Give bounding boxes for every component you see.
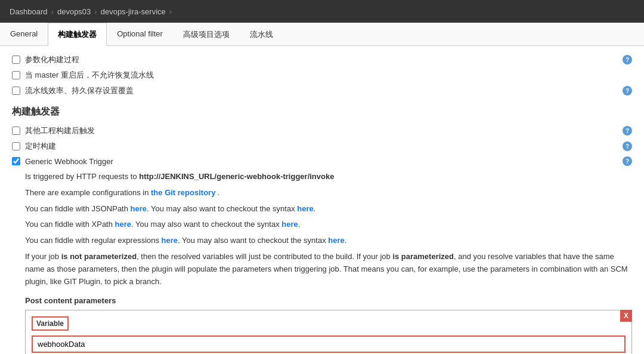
remove-param-button[interactable]: X: [620, 310, 632, 322]
git-repo-link[interactable]: the Git repository: [151, 188, 215, 197]
post-content-params-label: Post content parameters: [25, 296, 632, 305]
tab-advanced-options[interactable]: 高级项目选项: [173, 23, 240, 46]
main-container: General 构建触发器 Optional filter 高级项目选项 流水线…: [0, 23, 644, 354]
top-nav: Dashboard › devops03 › devops-jira-servi…: [0, 0, 644, 23]
checkbox-webhook-trigger[interactable]: [12, 157, 20, 165]
help-icon-3[interactable]: ?: [623, 86, 632, 96]
checkbox-cron-label: 定时构建: [25, 141, 56, 152]
webhook-info-block: Is triggered by HTTP requests to http://…: [25, 171, 632, 288]
variable-label: Variable: [32, 316, 69, 331]
webhook-info-line1: Is triggered by HTTP requests to http://…: [25, 171, 632, 183]
help-icon-1[interactable]: ?: [623, 55, 632, 64]
trigger-row-3: Generic Webhook Trigger ?: [12, 156, 632, 166]
content-area: 参数化构建过程 ? 当 master 重启后，不允许恢复流水线 流水线效率、持久…: [0, 46, 644, 354]
help-icon-trig2[interactable]: ?: [623, 141, 632, 151]
nav-service[interactable]: devops-jira-service: [101, 7, 166, 16]
tab-bar: General 构建触发器 Optional filter 高级项目选项 流水线: [0, 23, 644, 46]
nav-sep-1: ›: [51, 7, 54, 16]
regex-syntax-link[interactable]: here: [328, 236, 344, 245]
checkbox-parameterize[interactable]: [12, 56, 20, 64]
checkbox-webhook-label: Generic Webhook Trigger: [25, 157, 113, 166]
webhook-info-line6: If your job is not parameterized, then t…: [25, 251, 632, 288]
checkbox-row-3: 流水线效率、持久保存设置覆盖 ?: [12, 85, 632, 96]
jsonpath-link[interactable]: here: [131, 204, 147, 213]
nav-dashboard[interactable]: Dashboard: [10, 7, 48, 16]
variable-input[interactable]: [32, 335, 626, 353]
webhook-info-line4: You can fiddle with XPath here. You may …: [25, 218, 632, 231]
checkbox-other-project-label: 其他工程构建后触发: [25, 125, 95, 136]
nav-devops03[interactable]: devops03: [57, 7, 91, 16]
checkbox-other-project-trigger[interactable]: [12, 127, 20, 135]
checkbox-pipeline-durability[interactable]: [12, 87, 20, 95]
checkbox-master-restart[interactable]: [12, 71, 20, 79]
tab-optional-filter[interactable]: Optional filter: [107, 23, 173, 46]
help-icon-trig1[interactable]: ?: [623, 126, 632, 136]
checkbox-pipeline-durability-label: 流水线效率、持久保存设置覆盖: [25, 85, 134, 96]
checkbox-row-2: 当 master 重启后，不允许恢复流水线: [12, 70, 632, 81]
nav-sep-3: ›: [169, 7, 172, 16]
checkbox-parameterize-label: 参数化构建过程: [25, 54, 79, 65]
checkbox-master-restart-label: 当 master 重启后，不允许恢复流水线: [25, 70, 154, 81]
variable-field-group: Variable Name of variable: [32, 316, 626, 354]
param-block: X Variable Name of variable Expression: [25, 310, 632, 354]
trigger-row-1: 其他工程构建后触发 ?: [12, 125, 632, 136]
checkbox-cron-trigger[interactable]: [12, 142, 20, 150]
trigger-row-2: 定时构建 ?: [12, 141, 632, 152]
regex-link[interactable]: here: [162, 236, 178, 245]
jsonpath-syntax-link[interactable]: here: [297, 204, 313, 213]
section-heading-build-trigger: 构建触发器: [12, 106, 632, 118]
nav-sep-2: ›: [94, 7, 97, 16]
webhook-info-line3: You can fiddle with JSONPath here. You m…: [25, 203, 632, 216]
webhook-url: http://JENKINS_URL/generic-webhook-trigg…: [139, 172, 334, 181]
tab-pipeline[interactable]: 流水线: [240, 23, 283, 46]
tab-general[interactable]: General: [0, 23, 48, 46]
webhook-info-line5: You can fiddle with regular expressions …: [25, 235, 632, 247]
xpath-syntax-link[interactable]: here: [281, 220, 298, 229]
tab-build-trigger[interactable]: 构建触发器: [48, 23, 107, 46]
checkbox-row-1: 参数化构建过程 ?: [12, 54, 632, 65]
webhook-info-line2: There are example configurations in the …: [25, 187, 632, 199]
help-icon-trig3[interactable]: ?: [623, 156, 632, 166]
xpath-link[interactable]: here: [115, 220, 131, 229]
